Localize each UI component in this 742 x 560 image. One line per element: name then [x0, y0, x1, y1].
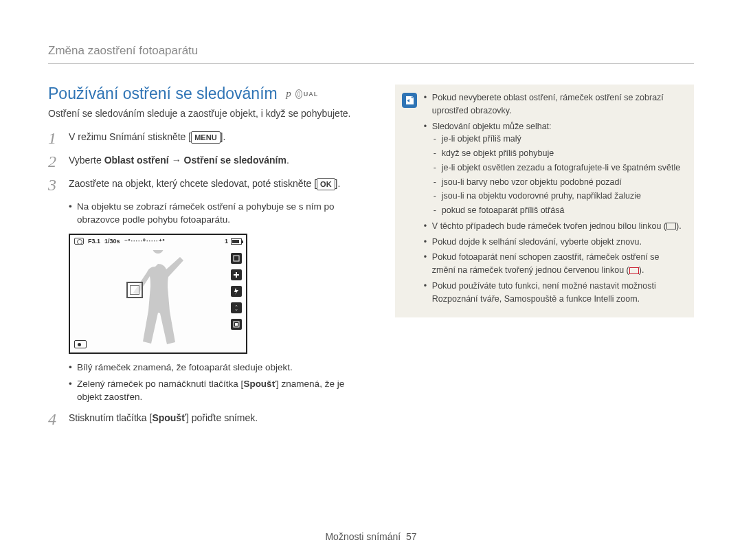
step-1: 1 V režimu Snímání stiskněte [MENU]. [48, 130, 368, 146]
svg-rect-0 [234, 256, 239, 261]
dual-text: UAL [304, 91, 319, 98]
note-item-2d: jsou-li barvy nebo vzor objektu podobné … [432, 176, 683, 189]
mode-icons: p UAL [286, 88, 318, 100]
note-item-2-text: Sledování objektu může selhat: [432, 122, 552, 131]
footer-page-number: 57 [406, 531, 417, 542]
mode-dual-icon: UAL [295, 89, 319, 99]
note-item-2b: když se objekt příliš pohybuje [432, 147, 683, 160]
focus-frame-icon [126, 282, 143, 298]
person-silhouette [124, 250, 192, 350]
step-number: 1 [48, 130, 60, 146]
step-number: 2 [48, 153, 60, 170]
svg-rect-2 [236, 272, 237, 278]
lcd-aperture: F3.1 [88, 238, 100, 245]
white-rect-icon [666, 223, 676, 229]
step-3-bullet-3: Zelený rámeček po namáčknutí tlačítka [S… [69, 377, 368, 404]
lcd-exposure-icon [231, 269, 242, 280]
breadcrumb: Změna zaostření fotoaparátu [48, 44, 694, 64]
step-3-post: ]. [335, 178, 341, 189]
step-2-arrow: → [169, 155, 184, 166]
note-item-1: Pokud nevyberete oblast ostření, rámeček… [424, 91, 683, 117]
step-number: 4 [48, 411, 60, 427]
note-item-4: Pokud dojde k selhání sledování, vyberte… [424, 236, 683, 249]
step-3-b3-pre: Zelený rámeček po namáčknutí tlačítka [ [77, 379, 243, 389]
step-2: 2 Vyberte Oblast ostření → Ostření se sl… [48, 153, 368, 170]
mode-p-icon: p [286, 88, 291, 100]
note-item-3: V těchto případech bude rámeček tvořen j… [424, 220, 683, 233]
note-item-2: Sledování objektu může selhat: je-li obj… [424, 120, 683, 217]
menu-button-label: MENU [191, 131, 220, 144]
step-2-option-1: Oblast ostření [104, 155, 169, 166]
note-5-post: ). [639, 265, 644, 275]
step-3-bullet-2: Bílý rámeček znamená, že fotoaparát sled… [69, 361, 368, 374]
ok-button-label: OK [317, 178, 335, 190]
note-item-2c: je-li objekt osvětlen zezadu a fotografu… [432, 161, 683, 175]
battery-icon [231, 238, 242, 245]
lcd-stabilize-icon [231, 302, 242, 313]
fingerprint-icon [295, 89, 302, 99]
step-4-pre: Stisknutím tlačítka [ [69, 412, 152, 423]
step-2-option-2: Ostření se sledováním [184, 155, 286, 166]
step-3: 3 Zaostřete na objekt, který chcete sled… [48, 177, 368, 193]
note-item-2f: pokud se fotoaparát příliš otřásá [432, 204, 683, 217]
page-footer: Možnosti snímání 57 [0, 531, 742, 542]
intro-text: Ostření se sledováním sleduje a zaostřuj… [48, 107, 368, 120]
note-item-5: Pokud fotoaparát není schopen zaostřit, … [424, 251, 683, 277]
step-3-pre: Zaostřete na objekt, který chcete sledov… [69, 178, 317, 189]
lcd-flash-icon [231, 286, 242, 297]
red-rect-icon [629, 267, 639, 274]
step-4-post: ] pořiďte snímek. [186, 412, 258, 423]
step-2-post: . [286, 155, 289, 166]
step-3-bullet-1: Na objektu se zobrazí rámeček ostření a … [69, 200, 368, 227]
step-number: 3 [48, 177, 60, 193]
note-icon [402, 93, 417, 108]
step-2-pre: Vyberte [69, 155, 104, 166]
shutter-label: Spoušť [243, 379, 276, 389]
svg-rect-5 [235, 323, 238, 326]
camera-icon [74, 238, 84, 245]
note-box: Pokud nevyberete oblast ostření, rámeček… [395, 85, 694, 317]
step-1-text-pre: V režimu Snímání stiskněte [ [69, 131, 191, 142]
svg-marker-3 [234, 288, 238, 295]
lcd-mode-icon [231, 253, 242, 264]
shutter-label2: Spoušť [152, 412, 186, 423]
note-item-2e: jsou-li na objektu vodorovné pruhy, např… [432, 190, 683, 203]
lcd-shutter: 1/30s [104, 238, 120, 245]
lcd-focus-icon [231, 319, 242, 330]
camera-lcd-illustration: F3.1 1/30s ⁻²·····⁰·····⁺² 1 [69, 234, 247, 354]
footer-section-label: Možnosti snímání [325, 531, 401, 542]
section-title: Používání ostření se sledováním [48, 85, 278, 103]
lcd-count: 1 [225, 238, 228, 245]
note-3-post: ). [676, 221, 682, 231]
step-1-text-post: ]. [221, 131, 226, 142]
note-item-2a: je-li objekt příliš malý [432, 133, 683, 146]
note-5-pre: Pokud fotoaparát není schopen zaostřit, … [432, 252, 660, 275]
lcd-af-point-icon [74, 340, 87, 348]
note-3-pre: V těchto případech bude rámeček tvořen j… [432, 221, 666, 231]
lcd-ev-scale: ⁻²·····⁰·····⁺² [124, 238, 166, 245]
note-item-6: Pokud používáte tuto funkci, není možné … [424, 280, 683, 306]
step-4: 4 Stisknutím tlačítka [Spoušť] pořiďte s… [48, 411, 368, 427]
